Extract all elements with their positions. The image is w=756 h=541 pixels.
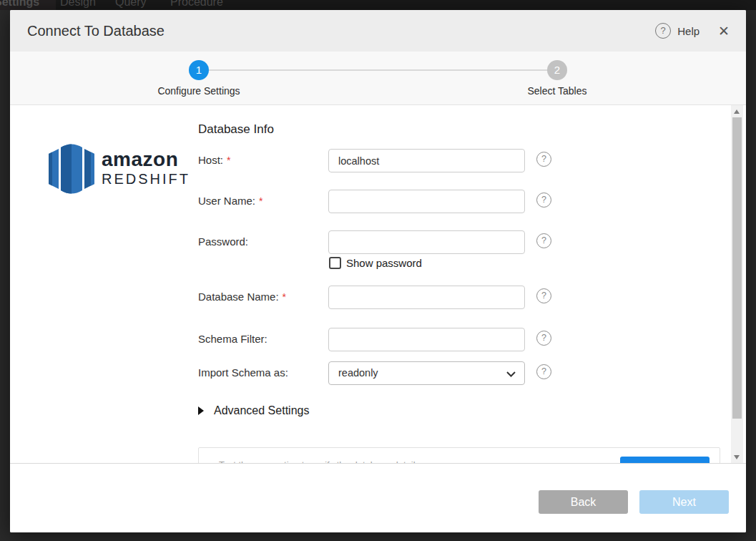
test-connection-button[interactable]: Test Connection [620, 457, 710, 464]
help-icon[interactable]: ? [655, 23, 671, 39]
step-1-label: Configure Settings [127, 85, 270, 97]
close-icon[interactable]: ✕ [718, 24, 730, 38]
step-2-label: Select Tables [486, 85, 629, 97]
header-actions: ? Help ✕ [655, 10, 730, 52]
host-help-icon[interactable]: ? [536, 152, 551, 167]
logo-product-text: REDSHIFT [102, 170, 190, 188]
wizard-stepper: 1 2 Configure Settings Select Tables [10, 52, 746, 105]
username-label: User Name:* [198, 195, 262, 207]
backdrop-menubar: Settings Design Query Procedure [0, 0, 756, 10]
scrollbar-thumb[interactable] [732, 117, 742, 419]
password-label: Password: [198, 235, 248, 248]
stepper-connector-line [199, 69, 557, 71]
advanced-settings-label: Advanced Settings [214, 404, 309, 417]
step-1-circle[interactable]: 1 [189, 60, 209, 80]
show-password-checkbox[interactable] [329, 257, 341, 269]
amazon-redshift-logo: amazon REDSHIFT [49, 141, 190, 197]
schema-filter-label: Schema Filter: [198, 333, 267, 345]
username-help-icon[interactable]: ? [536, 192, 551, 208]
step-2-circle[interactable]: 2 [547, 60, 567, 80]
dialog-content: amazon REDSHIFT Database Info Host:* ? U… [10, 105, 746, 464]
dialog-footer: Back Next [10, 464, 746, 532]
next-button[interactable]: Next [639, 490, 729, 514]
database-name-input[interactable] [328, 286, 525, 309]
import-schema-select[interactable]: readonly [328, 361, 525, 385]
password-help-icon[interactable]: ? [536, 233, 551, 248]
redshift-icon [49, 141, 94, 197]
password-input[interactable] [328, 230, 525, 254]
connect-to-database-dialog: Connect To Database ? Help ✕ 1 2 Configu… [10, 10, 746, 532]
chevron-down-icon [506, 371, 516, 377]
advanced-settings-toggle[interactable]: Advanced Settings [198, 404, 309, 417]
import-schema-label: Import Schema as: [198, 366, 288, 379]
vertical-scrollbar[interactable] [731, 105, 743, 464]
import-schema-help-icon[interactable]: ? [536, 364, 551, 379]
test-connection-panel: Test the connection to verify the databa… [198, 447, 720, 464]
section-title-database-info: Database Info [198, 122, 274, 137]
host-input[interactable] [328, 149, 525, 172]
help-link[interactable]: Help [677, 25, 699, 37]
back-button[interactable]: Back [539, 490, 628, 514]
logo-brand-text: amazon [102, 150, 190, 170]
import-schema-selected-value: readonly [338, 367, 378, 379]
username-input[interactable] [328, 190, 525, 213]
redshift-wordmark: amazon REDSHIFT [102, 150, 190, 188]
menu-item-design[interactable]: Design [60, 0, 96, 9]
scroll-down-icon[interactable] [734, 455, 740, 459]
menu-item-settings[interactable]: Settings [0, 0, 39, 9]
dialog-title: Connect To Database [27, 10, 165, 52]
show-password-label[interactable]: Show password [346, 257, 422, 269]
database-name-label: Database Name:* [198, 291, 286, 303]
show-password-row: Show password [329, 257, 422, 269]
required-asterisk: * [227, 155, 230, 166]
dialog-header: Connect To Database ? Help ✕ [10, 10, 746, 52]
schema-filter-help-icon[interactable]: ? [536, 331, 551, 346]
caret-right-icon [198, 406, 204, 415]
host-label: Host:* [198, 154, 230, 166]
required-asterisk: * [283, 291, 286, 303]
menu-item-procedure[interactable]: Procedure [170, 0, 223, 9]
required-asterisk: * [259, 195, 262, 207]
scroll-up-icon[interactable] [734, 109, 740, 114]
database-name-help-icon[interactable]: ? [536, 288, 551, 303]
menu-item-query[interactable]: Query [115, 0, 147, 9]
schema-filter-input[interactable] [328, 328, 525, 351]
